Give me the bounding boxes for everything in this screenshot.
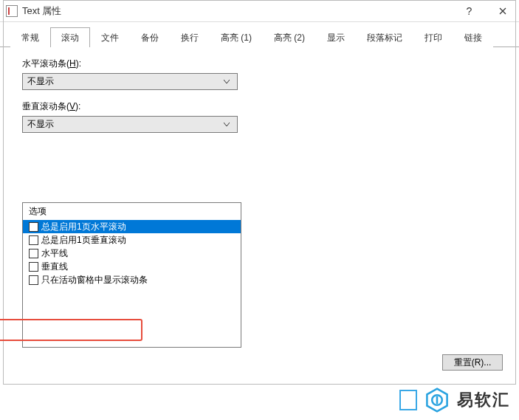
reset-button[interactable]: 重置(R)... [442,354,503,371]
select-value: 不显示 [27,118,221,131]
label-hotkey: H [69,58,76,69]
tab-7[interactable]: 显示 [316,27,356,47]
titlebar: Text 属性 ? [0,0,519,22]
tab-3[interactable]: 备份 [130,27,170,47]
tabstrip: 常规滚动文件备份换行高亮 (1)高亮 (2)显示段落标记打印链接 [0,28,519,47]
tab-2[interactable]: 文件 [90,27,130,47]
label-text: 水平滚动条( [22,58,69,69]
select-value: 不显示 [27,75,221,88]
option-label: 总是启用1页水平滚动 [41,221,126,233]
tab-4[interactable]: 换行 [170,27,210,47]
label-hotkey: V [69,101,75,111]
option-label: 垂直线 [41,261,68,273]
checkbox-icon[interactable] [29,262,38,272]
tab-0[interactable]: 常规 [10,27,50,47]
option-row[interactable]: 只在活动窗格中显示滚动条 [23,273,241,286]
tab-5[interactable]: 高亮 (1) [210,27,263,47]
option-row[interactable]: 总是启用1页垂直滚动 [23,233,241,247]
checkbox-icon[interactable] [29,275,38,285]
tab-8[interactable]: 段落标记 [356,27,413,47]
tab-content-scroll: 水平滚动条(H): 不显示 垂直滚动条(V): 不显示 选项 总是启用1页水平滚… [0,47,519,355]
label-text: ): [76,58,81,69]
close-button[interactable] [486,0,519,22]
chevron-down-icon [221,117,233,132]
horizontal-scrollbar-label: 水平滚动条(H): [22,58,504,70]
watermark-text: 易软汇 [457,389,510,411]
horizontal-scrollbar-select[interactable]: 不显示 [22,73,238,90]
checkbox-icon[interactable] [29,249,38,258]
option-label: 总是启用1页垂直滚动 [41,234,126,247]
options-header: 选项 [23,203,241,220]
help-button[interactable]: ? [453,0,486,22]
option-label: 水平线 [41,247,68,260]
watermark: 易软汇 [399,388,510,413]
tab-10[interactable]: 链接 [453,27,493,47]
option-label: 只在活动窗格中显示滚动条 [41,274,148,286]
horizontal-scrollbar-field: 水平滚动条(H): 不显示 [22,58,504,90]
option-row[interactable]: 垂直线 [23,260,241,273]
option-row[interactable]: 总是启用1页水平滚动 [23,220,241,233]
brand-logo-icon [425,388,450,413]
checkbox-icon[interactable] [29,222,38,232]
options-listbox[interactable]: 选项 总是启用1页水平滚动总是启用1页垂直滚动水平线垂直线只在活动窗格中显示滚动… [22,202,241,348]
bottom-bar: 重置(R)... [442,354,503,371]
checkbox-icon[interactable] [29,235,38,245]
vertical-scrollbar-select[interactable]: 不显示 [22,116,238,133]
vertical-scrollbar-label: 垂直滚动条(V): [22,100,504,113]
label-text: 垂直滚动条( [22,101,69,111]
vertical-scrollbar-field: 垂直滚动条(V): 不显示 [22,100,504,133]
chevron-down-icon [221,74,233,89]
window-title: Text 属性 [22,4,61,18]
tab-1[interactable]: 滚动 [50,27,90,47]
cursor-square-icon [399,390,417,410]
close-icon [499,7,506,15]
option-row[interactable]: 水平线 [23,247,241,260]
tab-6[interactable]: 高亮 (2) [263,27,316,47]
label-text: ): [75,101,80,111]
app-icon [6,5,18,17]
tab-9[interactable]: 打印 [413,27,453,47]
